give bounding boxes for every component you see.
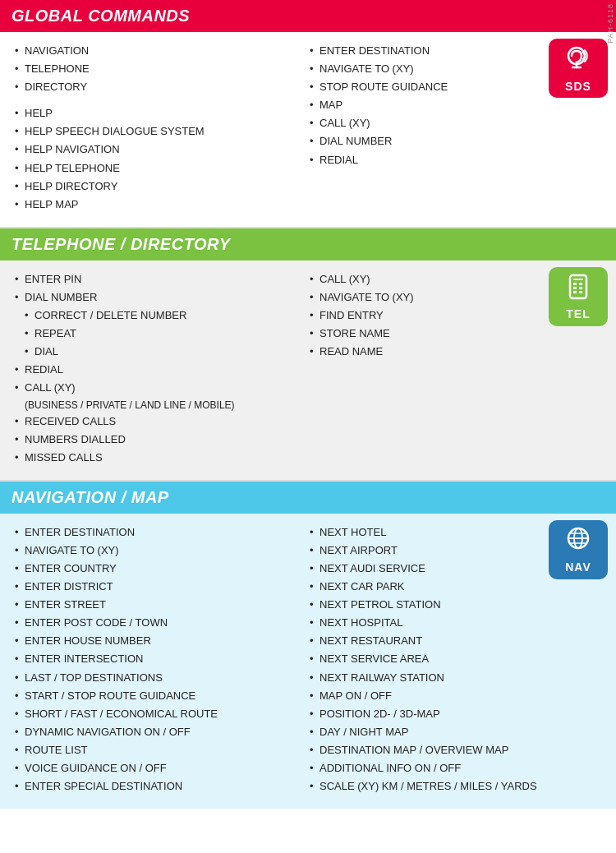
tel-icon: [563, 272, 593, 306]
tel-label: TEL: [566, 307, 590, 320]
list-item: REDIAL: [13, 361, 300, 379]
sds-icon: [563, 44, 593, 78]
list-item: NEXT HOSPITAL: [308, 614, 595, 632]
navigation-section: NAVIGATION / MAP ENTER DESTINATION NAVIG…: [0, 482, 616, 809]
list-item: DESTINATION MAP / OVERVIEW MAP: [308, 741, 595, 759]
list-item: ENTER HOUSE NUMBER: [13, 632, 300, 650]
nav-icon: [563, 525, 593, 559]
list-item: HELP DIRECTORY: [13, 178, 300, 196]
telephone-section: TELEPHONE / DIRECTORY ENTER PIN DIAL NUM…: [0, 228, 616, 482]
list-item: DIAL NUMBER: [308, 132, 595, 150]
global-left-list: NAVIGATION TELEPHONE DIRECTORY HELP HELP…: [13, 42, 300, 214]
list-item: ENTER DISTRICT: [13, 578, 300, 596]
list-item: ENTER PIN: [13, 270, 300, 288]
list-item: NEXT SERVICE AREA: [308, 650, 595, 668]
svg-rect-8: [579, 287, 582, 289]
list-item: HELP: [13, 104, 300, 122]
list-item: NEXT RESTAURANT: [308, 632, 595, 650]
list-item: READ NAME: [308, 343, 595, 361]
sds-badge: SDS: [549, 39, 608, 98]
list-item: LAST / TOP DESTINATIONS: [13, 669, 300, 687]
telephone-left-col: ENTER PIN DIAL NUMBER CORRECT / DELETE N…: [13, 270, 308, 467]
navigation-body: ENTER DESTINATION NAVIGATE TO (XY) ENTER…: [0, 514, 616, 809]
list-item: CALL (XY): [308, 114, 595, 132]
list-item: MISSED CALLS: [13, 449, 300, 467]
nav-badge: NAV: [549, 520, 608, 579]
list-item: DIAL NUMBER: [13, 288, 300, 307]
tel-badge: TEL: [549, 267, 608, 326]
list-item: NEXT PETROL STATION: [308, 596, 595, 614]
list-item: NAVIGATE TO (XY): [13, 542, 300, 560]
global-commands-body: NAVIGATION TELEPHONE DIRECTORY HELP HELP…: [0, 32, 616, 227]
list-item: ENTER SPECIAL DESTINATION: [13, 777, 300, 795]
list-item: STORE NAME: [308, 325, 595, 343]
list-item: DYNAMIC NAVIGATION ON / OFF: [13, 723, 300, 741]
list-item: NEXT RAILWAY STATION: [308, 669, 595, 687]
list-item: VOICE GUIDANCE ON / OFF: [13, 759, 300, 777]
list-item: NEXT CAR PARK: [308, 578, 595, 596]
svg-rect-7: [573, 287, 577, 289]
list-item: CALL (XY): [13, 379, 300, 397]
list-item: ENTER COUNTRY: [13, 560, 300, 578]
list-item: ENTER DESTINATION: [13, 523, 300, 542]
list-item: RECEIVED CALLS: [13, 413, 300, 431]
sds-label: SDS: [565, 80, 591, 93]
nav-label: NAV: [565, 560, 591, 574]
list-item: REPEAT: [13, 325, 300, 343]
telephone-body: ENTER PIN DIAL NUMBER CORRECT / DELETE N…: [0, 261, 616, 480]
telephone-left-list: ENTER PIN DIAL NUMBER CORRECT / DELETE N…: [13, 270, 300, 467]
list-item: ENTER STREET: [13, 596, 300, 614]
global-commands-section: GLOBAL COMMANDS NAVIGATION TELEPHONE DIR…: [0, 0, 616, 228]
list-item: HELP SPEECH DIALOGUE SYSTEM: [13, 122, 300, 141]
list-item: ENTER POST CODE / TOWN: [13, 614, 300, 632]
list-item: MAP ON / OFF: [308, 687, 595, 705]
list-item: NUMBERS DIALLED: [13, 431, 300, 449]
list-spacer: [13, 96, 300, 104]
list-item: ENTER INTERSECTION: [13, 650, 300, 668]
navigation-left-list: ENTER DESTINATION NAVIGATE TO (XY) ENTER…: [13, 523, 300, 795]
list-item: CORRECT / DELETE NUMBER: [13, 307, 300, 325]
list-item: HELP NAVIGATION: [13, 141, 300, 159]
global-left-col: NAVIGATION TELEPHONE DIRECTORY HELP HELP…: [13, 42, 308, 214]
svg-rect-10: [579, 291, 582, 293]
list-item: ADDITIONAL INFO ON / OFF: [308, 759, 595, 777]
list-item: SHORT / FAST / ECONOMICAL ROUTE: [13, 705, 300, 723]
list-item: DIAL: [13, 343, 300, 361]
telephone-header: TELEPHONE / DIRECTORY: [0, 228, 616, 261]
navigation-left-col: ENTER DESTINATION NAVIGATE TO (XY) ENTER…: [13, 523, 308, 795]
svg-rect-5: [573, 283, 577, 285]
list-item: (BUSINESS / PRIVATE / LAND LINE / MOBILE…: [13, 398, 300, 413]
list-item: SCALE (XY) KM / METRES / MILES / YARDS: [308, 777, 595, 795]
navigation-header: NAVIGATION / MAP: [0, 482, 616, 514]
list-item: ROUTE LIST: [13, 741, 300, 759]
list-item: DAY / NIGHT MAP: [308, 723, 595, 741]
list-item: HELP TELEPHONE: [13, 159, 300, 178]
global-commands-header: GLOBAL COMMANDS: [0, 0, 616, 32]
svg-rect-9: [573, 291, 577, 293]
list-item: NAVIGATION: [13, 42, 300, 60]
list-item: REDIAL: [308, 151, 595, 169]
list-item: POSITION 2D- / 3D-MAP: [308, 705, 595, 723]
list-item: START / STOP ROUTE GUIDANCE: [13, 687, 300, 705]
list-item: DIRECTORY: [13, 78, 300, 96]
svg-rect-6: [579, 283, 582, 285]
list-item: HELP MAP: [13, 196, 300, 214]
list-item: MAP: [308, 96, 595, 114]
list-item: TELEPHONE: [13, 60, 300, 78]
watermark: PAH-6118: [605, 0, 616, 47]
